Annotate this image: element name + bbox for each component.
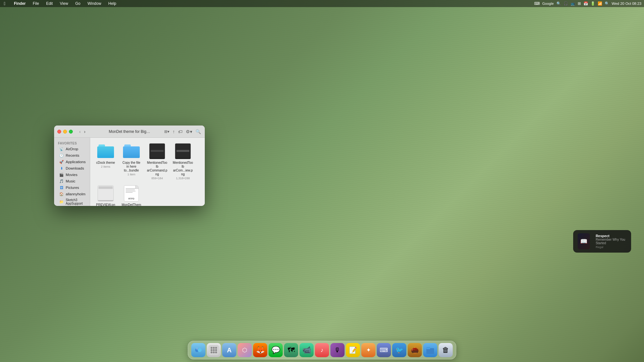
track-subtitle: Remember Why You Started — [596, 238, 627, 245]
sidebar-item-airdrop[interactable]: 📡 AirDrop — [55, 146, 89, 152]
dock-downloads-folder[interactable] — [423, 343, 437, 357]
share-button[interactable]: ↑ — [172, 128, 175, 135]
svg-point-9 — [213, 349, 215, 351]
dock-altstore[interactable]: A — [222, 343, 236, 357]
menubar-right: ⌨ Google 🔍 🎧 📺 ⊞ 📅 🔋 📶 🔍 Wed 20 Oct 08:2… — [534, 1, 641, 6]
menubar-headphone-icon[interactable]: 🎧 — [564, 1, 568, 6]
sidebar-item-movies[interactable]: 🎬 Movies — [55, 172, 89, 178]
dock-maps[interactable]: 🗺 — [284, 343, 298, 357]
app-name-menu[interactable]: Finder — [13, 1, 27, 6]
toolbar-comview-meta: 1,318×288 — [176, 177, 190, 180]
dock-tweetbot[interactable]: 🐦 — [392, 343, 406, 357]
dock-podcasts[interactable]: 🎙 — [330, 343, 345, 357]
dock-finder[interactable] — [191, 343, 205, 357]
file-readme-rtfd[interactable]: RTFD MonDetTheme-ReadMe.rtfd — [120, 184, 143, 206]
desktop:  Finder File Edit View Go Window Help ⌨… — [0, 0, 644, 362]
help-menu[interactable]: Help — [107, 1, 118, 6]
cdock-theme-meta: 2 items — [101, 165, 110, 168]
sidebar-movies-label: Movies — [66, 173, 77, 177]
track-title: Respect — [596, 234, 627, 238]
dock-notes[interactable]: 📝 — [346, 343, 360, 357]
menubar-cast-icon[interactable]: 📺 — [571, 1, 575, 6]
tag-button[interactable]: 🏷 — [177, 128, 183, 135]
sidebar-music-label: Music — [66, 179, 75, 183]
file-toolbar-command[interactable]: MentionedToolb arCommand.png 859×184 — [146, 142, 169, 181]
files-area: cDock theme 2 items Copy the file in her… — [90, 138, 205, 206]
apple-menu[interactable]:  — [3, 1, 7, 6]
view-toggle-button[interactable]: ⊞▾ — [164, 129, 170, 135]
nav-buttons: ‹ › — [78, 129, 87, 135]
dock-almonds[interactable]: 🌰 — [408, 343, 422, 357]
sidebar-item-recents[interactable]: 🕐 Recents — [55, 152, 89, 159]
copy-bundle-meta: 1 item — [128, 173, 136, 176]
search-button[interactable]: 🔍 — [195, 128, 202, 135]
menubar-grid-icon[interactable]: ⊞ — [578, 1, 581, 6]
dock-discord[interactable]: ⌨ — [377, 343, 391, 357]
traffic-lights — [57, 130, 73, 134]
sidebar-airdrop-label: AirDrop — [66, 147, 78, 151]
window-menu[interactable]: Window — [86, 1, 103, 6]
sidebar-item-sketch-support[interactable]: 📁 Sketch3 AppSupport — [55, 197, 89, 206]
sidebar-item-home[interactable]: 🏠 allannyholm — [55, 191, 89, 197]
dock-sketch[interactable]: ✦ — [361, 343, 375, 357]
menubar-battery-icon[interactable]: 🔋 — [591, 1, 595, 6]
applications-icon: 🚀 — [59, 160, 64, 164]
dock-firefox[interactable]: 🦊 — [253, 343, 267, 357]
sidebar-item-downloads[interactable]: ⬇ Downloads — [55, 165, 89, 172]
toolbar-command-icon — [149, 143, 166, 160]
toolbar-comview-name: MentionedToolb arCom...iew.png — [173, 161, 193, 176]
dock-music[interactable]: ♪ — [315, 343, 329, 357]
dock-trash[interactable]: 🗑 — [439, 343, 453, 357]
album-art: 📖 — [578, 233, 590, 249]
now-playing-widget[interactable]: 📖 Respect Remember Why You Started Regal — [573, 230, 631, 253]
file-copy-bundle[interactable]: Copy the file in here to...bundle 1 item — [120, 142, 143, 181]
dock-arc[interactable]: ⬡ — [238, 343, 252, 357]
dock: A ⬡ 🦊 💬 🗺 📹 ♪ 🎙 📝 ✦ ⌨ — [188, 341, 456, 359]
action-button[interactable]: ⚙▾ — [185, 128, 193, 135]
svg-point-12 — [213, 351, 215, 353]
dock-facetime[interactable]: 📹 — [299, 343, 314, 357]
sidebar: Favorites 📡 AirDrop 🕐 Recents 🚀 Applicat… — [54, 138, 90, 206]
file-menu[interactable]: File — [32, 1, 40, 6]
sidebar-item-applications[interactable]: 🚀 Applications — [55, 159, 89, 165]
menubar-calendar-icon[interactable]: 📅 — [583, 1, 588, 6]
back-button[interactable]: ‹ — [78, 129, 82, 135]
file-cdock-theme[interactable]: cDock theme 2 items — [94, 142, 117, 181]
menubar-wifi-icon[interactable]: 📶 — [598, 1, 602, 6]
edit-menu[interactable]: Edit — [45, 1, 54, 6]
sidebar-sketch-support-label: Sketch3 AppSupport — [66, 198, 85, 205]
forward-button[interactable]: › — [83, 129, 87, 135]
close-button[interactable] — [57, 130, 61, 134]
dock-messages[interactable]: 💬 — [269, 343, 283, 357]
menubar-datetime[interactable]: Wed 20 Oct 08:23 — [612, 2, 641, 5]
file-preview-png[interactable]: PREVIEW.png 1,964×1,132 — [94, 184, 117, 206]
preview-png-icon — [97, 185, 114, 202]
menubar-search-icon[interactable]: 🔍 — [556, 1, 561, 6]
copy-bundle-folder-icon — [123, 143, 140, 160]
readme-rtfd-name: MonDetTheme-ReadMe.rtfd — [121, 203, 142, 206]
finder-titlebar: ‹ › MonDet theme for Big… ⊞▾ ↑ 🏷 ⚙▾ 🔍 — [54, 125, 205, 138]
readme-rtfd-icon: RTFD — [123, 185, 140, 202]
file-toolbar-comview[interactable]: MentionedToolb arCom...iew.png 1,318×288 — [171, 142, 194, 181]
sidebar-recents-label: Recents — [66, 153, 79, 157]
window-title: MonDet theme for Big… — [109, 129, 150, 134]
sidebar-home-label: allannyholm — [66, 192, 85, 196]
view-menu[interactable]: View — [59, 1, 70, 6]
menubar:  Finder File Edit View Go Window Help ⌨… — [0, 0, 644, 7]
menubar-spotlight-icon[interactable]: 🔍 — [605, 1, 609, 6]
dock-launchpad[interactable] — [207, 343, 221, 357]
music-icon: 🎵 — [59, 179, 64, 183]
svg-point-2 — [198, 348, 202, 352]
sidebar-item-pictures[interactable]: 🖼 Pictures — [55, 184, 89, 191]
svg-rect-16 — [426, 348, 434, 354]
menubar-keyboard-icon[interactable]: ⌨ — [534, 1, 540, 6]
sidebar-item-music[interactable]: 🎵 Music — [55, 178, 89, 184]
minimize-button[interactable] — [63, 130, 67, 134]
svg-point-6 — [213, 347, 215, 349]
svg-point-13 — [215, 351, 217, 353]
go-menu[interactable]: Go — [74, 1, 82, 6]
finder-window: ‹ › MonDet theme for Big… ⊞▾ ↑ 🏷 ⚙▾ 🔍 Fa… — [54, 125, 205, 206]
maximize-button[interactable] — [69, 130, 73, 134]
menubar-google-label: Google — [542, 2, 554, 5]
downloads-icon: ⬇ — [59, 166, 64, 171]
